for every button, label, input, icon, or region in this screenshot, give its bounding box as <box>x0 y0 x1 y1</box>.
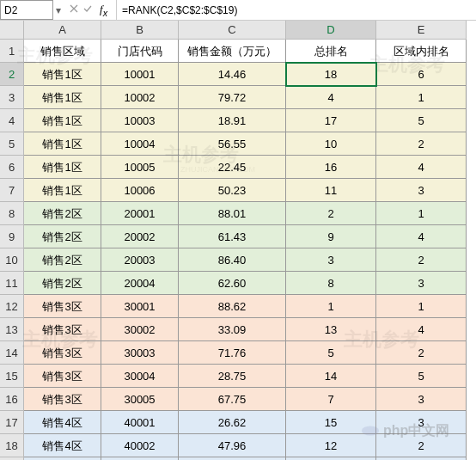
confirm-icon[interactable] <box>82 3 93 16</box>
col-header-D[interactable]: D <box>286 21 376 40</box>
row-header-12[interactable]: 12 <box>0 295 24 318</box>
cell-A17[interactable]: 销售4区 <box>24 411 101 434</box>
cell-A13[interactable]: 销售3区 <box>24 318 101 341</box>
cell-E2[interactable]: 6 <box>376 63 467 86</box>
cell-E6[interactable]: 4 <box>376 156 467 179</box>
cell-B11[interactable]: 20004 <box>101 272 179 295</box>
cell-E3[interactable]: 1 <box>376 86 467 109</box>
row-header-7[interactable]: 7 <box>0 179 24 202</box>
col-header-C[interactable]: C <box>179 21 286 40</box>
cell-D18[interactable]: 12 <box>286 434 376 457</box>
cell-B17[interactable]: 40001 <box>101 411 179 434</box>
cell-D17[interactable]: 15 <box>286 411 376 434</box>
cell-B18[interactable]: 40002 <box>101 434 179 457</box>
cell-A6[interactable]: 销售1区 <box>24 156 101 179</box>
cell-B15[interactable]: 30004 <box>101 365 179 388</box>
cell-D11[interactable]: 8 <box>286 272 376 295</box>
cell-E7[interactable]: 3 <box>376 179 467 202</box>
row-header-18[interactable]: 18 <box>0 434 24 457</box>
row-header-17[interactable]: 17 <box>0 411 24 434</box>
cell-B8[interactable]: 20001 <box>101 202 179 225</box>
formula-input[interactable]: =RANK(C2,$C$2:$C$19) <box>116 0 476 20</box>
cell-D5[interactable]: 10 <box>286 132 376 156</box>
header-cell[interactable]: 销售金额（万元） <box>179 40 286 63</box>
cell-E16[interactable]: 3 <box>376 388 467 411</box>
cell-B16[interactable]: 30005 <box>101 388 179 411</box>
select-all-corner[interactable] <box>0 21 24 40</box>
spreadsheet-grid[interactable]: ABCDE1销售区域门店代码销售金额（万元）总排名区域内排名2销售1区10001… <box>0 21 476 460</box>
cell-A12[interactable]: 销售3区 <box>24 295 101 318</box>
cell-A3[interactable]: 销售1区 <box>24 86 101 109</box>
cell-A11[interactable]: 销售2区 <box>24 272 101 295</box>
cell-D13[interactable]: 13 <box>286 318 376 341</box>
row-header-9[interactable]: 9 <box>0 225 24 248</box>
row-header-5[interactable]: 5 <box>0 132 24 156</box>
cell-D7[interactable]: 11 <box>286 179 376 202</box>
cell-E13[interactable]: 4 <box>376 318 467 341</box>
cell-C12[interactable]: 88.62 <box>179 295 286 318</box>
cell-E14[interactable]: 2 <box>376 341 467 365</box>
cell-B2[interactable]: 10001 <box>101 63 179 86</box>
header-cell[interactable]: 销售区域 <box>24 40 101 63</box>
cell-B7[interactable]: 10006 <box>101 179 179 202</box>
cancel-icon[interactable] <box>69 3 79 16</box>
cell-D2[interactable]: 18 <box>286 63 376 86</box>
cell-E5[interactable]: 2 <box>376 132 467 156</box>
cell-A8[interactable]: 销售2区 <box>24 202 101 225</box>
cell-B10[interactable]: 20003 <box>101 248 179 272</box>
cell-C10[interactable]: 86.40 <box>179 248 286 272</box>
cell-C14[interactable]: 71.76 <box>179 341 286 365</box>
col-header-E[interactable]: E <box>376 21 467 40</box>
cell-A2[interactable]: 销售1区 <box>24 63 101 86</box>
row-header-2[interactable]: 2 <box>0 63 24 86</box>
cell-B6[interactable]: 10005 <box>101 156 179 179</box>
row-header-10[interactable]: 10 <box>0 248 24 272</box>
cell-D6[interactable]: 16 <box>286 156 376 179</box>
row-header-16[interactable]: 16 <box>0 388 24 411</box>
fx-icon[interactable]: fx <box>100 3 107 18</box>
cell-A4[interactable]: 销售1区 <box>24 109 101 132</box>
cell-B3[interactable]: 10002 <box>101 86 179 109</box>
cell-A16[interactable]: 销售3区 <box>24 388 101 411</box>
header-cell[interactable]: 总排名 <box>286 40 376 63</box>
cell-E11[interactable]: 3 <box>376 272 467 295</box>
cell-B14[interactable]: 30003 <box>101 341 179 365</box>
cell-C13[interactable]: 33.09 <box>179 318 286 341</box>
header-cell[interactable]: 门店代码 <box>101 40 179 63</box>
cell-B12[interactable]: 30001 <box>101 295 179 318</box>
cell-D12[interactable]: 1 <box>286 295 376 318</box>
row-header-13[interactable]: 13 <box>0 318 24 341</box>
cell-C17[interactable]: 26.62 <box>179 411 286 434</box>
cell-C7[interactable]: 50.23 <box>179 179 286 202</box>
cell-B9[interactable]: 20002 <box>101 225 179 248</box>
row-header-15[interactable]: 15 <box>0 365 24 388</box>
row-header-6[interactable]: 6 <box>0 156 24 179</box>
cell-C9[interactable]: 61.43 <box>179 225 286 248</box>
cell-A5[interactable]: 销售1区 <box>24 132 101 156</box>
cell-A10[interactable]: 销售2区 <box>24 248 101 272</box>
cell-E12[interactable]: 1 <box>376 295 467 318</box>
cell-B13[interactable]: 30002 <box>101 318 179 341</box>
cell-C18[interactable]: 47.96 <box>179 434 286 457</box>
cell-D14[interactable]: 5 <box>286 341 376 365</box>
cell-D8[interactable]: 2 <box>286 202 376 225</box>
cell-E4[interactable]: 5 <box>376 109 467 132</box>
cell-D15[interactable]: 14 <box>286 365 376 388</box>
cell-E9[interactable]: 4 <box>376 225 467 248</box>
cell-C16[interactable]: 67.75 <box>179 388 286 411</box>
row-header-11[interactable]: 11 <box>0 272 24 295</box>
cell-D9[interactable]: 9 <box>286 225 376 248</box>
cell-D4[interactable]: 17 <box>286 109 376 132</box>
cell-C5[interactable]: 56.55 <box>179 132 286 156</box>
cell-C4[interactable]: 18.91 <box>179 109 286 132</box>
cell-B4[interactable]: 10003 <box>101 109 179 132</box>
cell-E15[interactable]: 5 <box>376 365 467 388</box>
cell-E10[interactable]: 2 <box>376 248 467 272</box>
cell-A7[interactable]: 销售1区 <box>24 179 101 202</box>
cell-C8[interactable]: 88.01 <box>179 202 286 225</box>
row-header-4[interactable]: 4 <box>0 109 24 132</box>
row-header-8[interactable]: 8 <box>0 202 24 225</box>
cell-E18[interactable]: 2 <box>376 434 467 457</box>
cell-D10[interactable]: 3 <box>286 248 376 272</box>
cell-E8[interactable]: 1 <box>376 202 467 225</box>
